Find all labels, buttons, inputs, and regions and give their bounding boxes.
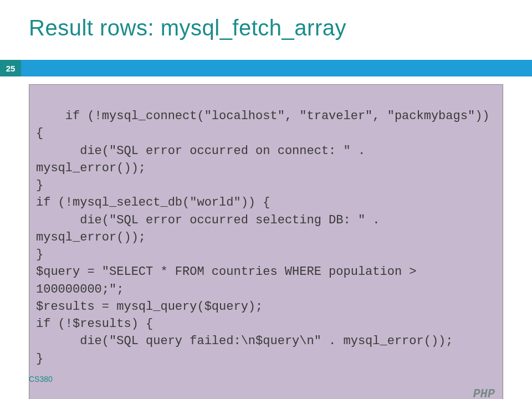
code-block: if (!mysql_connect("localhost", "travele…	[29, 84, 503, 399]
slide-title: Result rows: mysql_fetch_array	[29, 16, 503, 40]
slide: Result rows: mysql_fetch_array 25 if (!m…	[0, 0, 532, 399]
slide-number-badge: 25	[0, 60, 21, 76]
accent-bar	[21, 60, 532, 76]
code-content: if (!mysql_connect("localhost", "travele…	[36, 109, 490, 365]
header-bar: 25	[0, 60, 532, 76]
code-language-label: PHP	[473, 386, 495, 399]
footer-course-code: CS380	[29, 375, 53, 383]
